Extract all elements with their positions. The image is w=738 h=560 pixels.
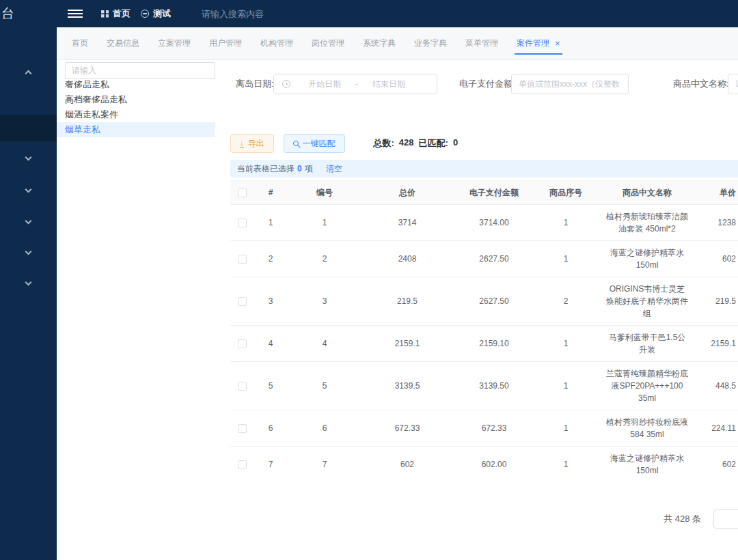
tab-active[interactable]: 案件管理×: [517, 27, 560, 59]
cell-epay: 3714.00: [453, 205, 535, 240]
main-panel: 离岛日期: 开始日期 - 结束日期 电子支付金额: 商品中文名称: ↓ 导出 一…: [226, 60, 738, 560]
cell-index: 4: [254, 326, 288, 361]
cell-name: 植村秀新琥珀臻萃洁颜油套装 450ml*2: [597, 205, 698, 240]
cell-seq: 1: [535, 205, 597, 240]
cell-code: 1: [288, 205, 361, 240]
cell-unit: 602: [698, 241, 738, 277]
row-checkbox[interactable]: [238, 339, 247, 348]
sidebar-menu: [0, 27, 57, 560]
chevron-down-icon: [25, 217, 32, 224]
nav-home[interactable]: 首页: [101, 0, 131, 27]
chevron-down-icon: [25, 154, 32, 160]
cell-name: 兰蔻菁纯臻颜精华粉底液SPF20PA+++100 35ml: [597, 362, 698, 410]
cell-total: 3714: [361, 205, 453, 240]
row-checkbox[interactable]: [238, 424, 247, 433]
hamburger-icon[interactable]: [68, 10, 83, 18]
tab-item[interactable]: 首页: [72, 27, 88, 59]
chevron-down-icon: [25, 248, 32, 255]
cell-epay: 2159.10: [453, 326, 535, 361]
tab-label: 菜单管理: [465, 38, 498, 49]
cell-index: 3: [254, 277, 288, 325]
sidebar-group-collapsed[interactable]: [0, 274, 57, 290]
sidebar-group-collapsed[interactable]: [0, 243, 57, 260]
cell-code: 3: [288, 277, 361, 325]
download-icon: ↓: [240, 139, 244, 148]
sidebar-group-collapsed[interactable]: [0, 212, 57, 229]
tab-item[interactable]: 立案管理: [158, 27, 191, 59]
sidebar-group-collapsed[interactable]: [0, 181, 57, 197]
clear-selection-link[interactable]: 清空: [326, 163, 342, 175]
tab-label: 业务字典: [414, 38, 447, 49]
category-item[interactable]: 高档奢侈品走私: [57, 92, 215, 107]
row-checkbox[interactable]: [238, 297, 247, 306]
cell-epay: 672.33: [453, 410, 535, 446]
cell-index: 6: [254, 410, 288, 446]
table-header: #编号总价电子支付金额商品序号商品中文名称单价: [230, 180, 738, 205]
table-row: 1137143714.001植村秀新琥珀臻萃洁颜油套装 450ml*21238: [230, 205, 738, 241]
cell-unit: 602: [698, 447, 738, 478]
cell-total: 2159.1: [361, 326, 453, 361]
category-item[interactable]: 烟酒走私案件: [57, 107, 215, 122]
date-filter-label: 离岛日期:: [236, 74, 274, 94]
tab-item[interactable]: 用户管理: [209, 27, 242, 59]
global-search-input[interactable]: [200, 0, 323, 27]
cell-index: 1: [254, 205, 288, 240]
select-all-checkbox[interactable]: [238, 188, 247, 197]
date-range-picker[interactable]: 开始日期 - 结束日期: [273, 74, 437, 94]
nav-test-label: 测试: [153, 8, 171, 20]
cell-name: 植村秀羽纱持妆粉底液 584 35ml: [597, 410, 698, 446]
column-header: 编号: [288, 181, 361, 204]
date-end-placeholder: 结束日期: [372, 79, 405, 90]
sidebar-group-expanded[interactable]: [0, 64, 57, 80]
cell-total: 3139.5: [361, 362, 453, 410]
table-row: 66672.33672.331植村秀羽纱持妆粉底液 584 35ml224.11: [230, 410, 738, 447]
table-row: 77602602.001海蓝之谜修护精萃水 150ml602: [230, 447, 738, 478]
close-icon[interactable]: ×: [555, 39, 560, 48]
nav-test[interactable]: 测试: [141, 0, 171, 27]
tab-item[interactable]: 系统字典: [363, 27, 396, 59]
column-header: 电子支付金额: [453, 181, 535, 204]
total-label: 总数:: [374, 137, 394, 150]
grid-icon: [101, 10, 109, 18]
name-filter-label: 商品中文名称:: [673, 74, 729, 94]
row-checkbox[interactable]: [238, 382, 247, 391]
table-row: 2224082627.501海蓝之谜修护精萃水 150ml602: [230, 241, 738, 277]
tab-label: 立案管理: [158, 38, 191, 49]
search-icon: [293, 141, 299, 146]
cell-total: 219.5: [361, 277, 453, 325]
tab-label: 系统字典: [363, 38, 396, 49]
table-row: 442159.12159.101马爹利蓝带干邑1.5公升装2159.1: [230, 326, 738, 362]
export-button[interactable]: ↓ 导出: [230, 134, 274, 153]
toolbar: ↓ 导出 一键匹配 总数: 428 已匹配: 0: [230, 134, 458, 153]
tab-item[interactable]: 机构管理: [260, 27, 293, 59]
cell-total: 602: [361, 447, 453, 478]
one-click-match-button[interactable]: 一键匹配: [284, 134, 345, 153]
row-checkbox[interactable]: [238, 255, 247, 264]
date-start-placeholder: 开始日期: [308, 79, 341, 90]
pagination-control[interactable]: [713, 509, 738, 529]
row-checkbox[interactable]: [238, 219, 247, 227]
row-checkbox-cell: [230, 205, 254, 240]
tab-item[interactable]: 业务字典: [414, 27, 447, 59]
column-header: 商品序号: [535, 181, 597, 204]
name-filter-input[interactable]: [728, 74, 738, 94]
cell-seq: 1: [535, 241, 597, 277]
amount-filter-input[interactable]: [511, 74, 629, 94]
sidebar-active-item[interactable]: [0, 115, 57, 141]
column-header: 单价: [698, 181, 738, 204]
sidebar: [0, 27, 57, 560]
tab-item[interactable]: 菜单管理: [465, 27, 498, 59]
tab-item[interactable]: 岗位管理: [312, 27, 344, 59]
category-item[interactable]: 奢侈品走私: [57, 77, 215, 92]
tab-item[interactable]: 交易信息: [107, 27, 139, 59]
tab-label: 机构管理: [260, 38, 293, 49]
row-checkbox-cell: [230, 410, 254, 446]
category-filter-input[interactable]: [65, 62, 215, 79]
cell-seq: 1: [535, 410, 597, 446]
tab-label: 岗位管理: [312, 38, 344, 49]
sidebar-group-collapsed[interactable]: [0, 149, 57, 165]
category-item[interactable]: 烟草走私: [57, 122, 215, 137]
cell-index: 7: [254, 447, 288, 478]
cell-epay: 602.00: [453, 447, 535, 478]
row-checkbox[interactable]: [238, 460, 247, 469]
